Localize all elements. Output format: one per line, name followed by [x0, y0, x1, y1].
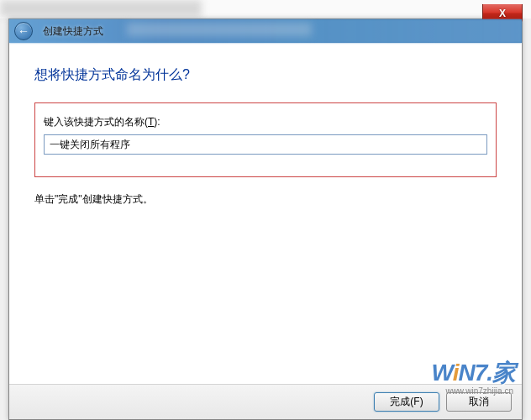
highlight-region: 键入该快捷方式的名称(T): [34, 102, 497, 177]
back-arrow-icon: ← [18, 24, 29, 38]
close-icon: X [499, 8, 506, 19]
page-heading: 想将快捷方式命名为什么? [34, 66, 497, 84]
name-input-label: 键入该快捷方式的名称(T): [44, 115, 487, 129]
finish-button[interactable]: 完成(F) [374, 392, 439, 412]
window-title: 创建快捷方式 [43, 24, 103, 39]
background-window-hint [0, 0, 531, 18]
cancel-button[interactable]: 取消 [446, 392, 512, 412]
titlebar: ← 创建快捷方式 [9, 19, 522, 43]
shortcut-name-input[interactable] [44, 134, 487, 155]
dialog-footer: 完成(F) 取消 [9, 384, 522, 419]
instruction-text: 单击"完成"创建快捷方式。 [34, 192, 497, 207]
dialog-window: X ← 创建快捷方式 想将快捷方式命名为什么? 键入该快捷方式的名称(T): 单… [8, 18, 523, 420]
content-area: 想将快捷方式命名为什么? 键入该快捷方式的名称(T): 单击"完成"创建快捷方式… [9, 43, 522, 384]
back-button[interactable]: ← [14, 22, 33, 40]
